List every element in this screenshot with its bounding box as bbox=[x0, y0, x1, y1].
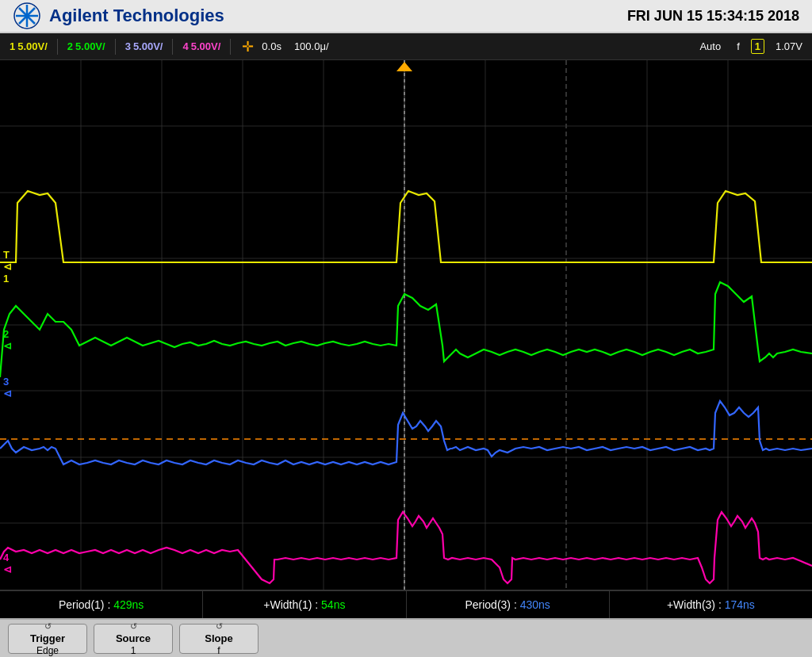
slope-sub: f bbox=[217, 645, 220, 656]
meas-period1-text: Period(1) : 429ns bbox=[59, 598, 144, 611]
source-button[interactable]: ↺ Source 1 bbox=[94, 624, 173, 654]
ch4-waveform bbox=[0, 512, 812, 583]
meas-period1: Period(1) : 429ns bbox=[0, 591, 203, 618]
ch4-label: 4 5.00V/ bbox=[178, 39, 225, 54]
agilent-logo-icon bbox=[13, 2, 41, 30]
source-sub: 1 bbox=[131, 645, 136, 656]
bottom-button-bar: ↺ Trigger Edge ↺ Source 1 ↺ Slope f bbox=[0, 618, 812, 657]
ch2-number: 2 bbox=[67, 40, 73, 52]
meas-period3: Period(3) : 430ns bbox=[407, 591, 610, 618]
trigger-edge-button[interactable]: ↺ Trigger Edge bbox=[8, 624, 87, 654]
trigger-info: Auto f 1 1.07V bbox=[695, 39, 807, 54]
trigger-level: 1.07V bbox=[771, 39, 807, 54]
brand-name: Agilent Technologies bbox=[49, 6, 224, 26]
meas-width3: +Width(3) : 174ns bbox=[610, 591, 812, 618]
ch3-waveform bbox=[0, 401, 812, 464]
meas-width1: +Width(1) : 54ns bbox=[203, 591, 406, 618]
header-bar: Agilent Technologies FRI JUN 15 15:34:15… bbox=[0, 0, 812, 33]
divider3 bbox=[172, 39, 173, 55]
ch1-number: 1 bbox=[10, 40, 15, 52]
trigger-channel: 1 bbox=[751, 39, 764, 54]
toolbar: 1 5.00V/ 2 5.00V/ 3 5.00V/ 4 5.00V/ ✛ 0.… bbox=[0, 33, 812, 60]
meas-width3-text: +Width(3) : 174ns bbox=[667, 598, 755, 611]
svg-point-5 bbox=[25, 13, 29, 18]
divider4 bbox=[230, 39, 231, 55]
ch2-scale: 5.00V/ bbox=[75, 40, 105, 52]
meas-width1-value: 54ns bbox=[321, 598, 345, 611]
ch2-label: 2 5.00V/ bbox=[63, 39, 110, 54]
trigger-edge-sub: Edge bbox=[36, 645, 59, 656]
meas-width1-text: +Width(1) : 54ns bbox=[263, 598, 345, 611]
time-div: 100.0μ/ bbox=[289, 39, 334, 54]
trigger-edge-icon: ↺ bbox=[44, 621, 52, 632]
ch1-label: 1 5.00V/ bbox=[5, 39, 52, 54]
crosshair-icon: ✛ bbox=[242, 38, 254, 55]
slope-button[interactable]: ↺ Slope f bbox=[179, 624, 259, 654]
ch1-waveform bbox=[0, 191, 812, 262]
divider2 bbox=[115, 39, 116, 55]
ch1-scale: 5.00V/ bbox=[17, 40, 48, 52]
source-label: Source bbox=[116, 632, 151, 644]
meas-period1-value: 429ns bbox=[113, 598, 144, 611]
measurements-bar: Period(1) : 429ns +Width(1) : 54ns Perio… bbox=[0, 590, 812, 618]
brand-section: Agilent Technologies bbox=[13, 2, 224, 30]
meas-period3-value: 430ns bbox=[520, 598, 550, 611]
slope-label: Slope bbox=[205, 632, 232, 644]
time-offset: 0.0s bbox=[257, 39, 286, 54]
ch4-number: 4 bbox=[182, 40, 188, 52]
oscilloscope-screen: T⊲1 3⊲ 2⊲ 4⊲ bbox=[0, 60, 812, 590]
divider1 bbox=[57, 39, 58, 55]
trigger-slope: f bbox=[732, 39, 745, 54]
ch3-scale: 5.00V/ bbox=[133, 40, 163, 52]
ch3-label: 3 5.00V/ bbox=[121, 39, 168, 54]
waveforms bbox=[0, 60, 812, 590]
slope-icon: ↺ bbox=[216, 621, 223, 632]
source-icon: ↺ bbox=[130, 621, 137, 632]
trigger-mode: Auto bbox=[695, 39, 726, 54]
ch2-waveform bbox=[0, 282, 812, 377]
ch3-number: 3 bbox=[125, 40, 131, 52]
ch4-scale: 5.00V/ bbox=[191, 40, 221, 52]
trigger-edge-label: Trigger bbox=[30, 632, 65, 644]
meas-width3-value: 174ns bbox=[725, 598, 755, 611]
meas-period3-text: Period(3) : 430ns bbox=[465, 598, 550, 611]
datetime-display: FRI JUN 15 15:34:15 2018 bbox=[627, 8, 799, 25]
